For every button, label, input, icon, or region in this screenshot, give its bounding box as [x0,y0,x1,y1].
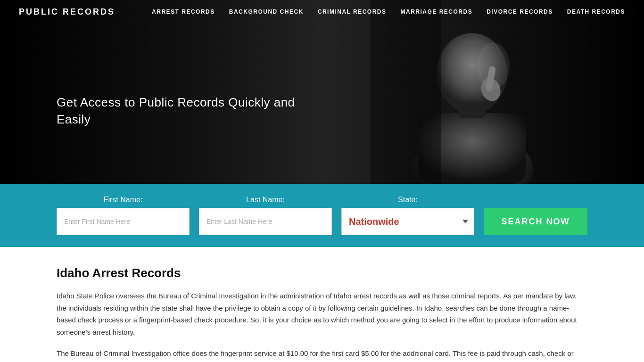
hero-content: Get Access to Public Records Quickly and… [0,56,316,128]
first-name-field: First Name: [57,196,190,235]
search-now-button[interactable]: SEARCH NOW [484,208,587,235]
site-logo[interactable]: PUBLIC RECORDS [19,7,115,17]
main-nav: ARREST RECORDS BACKGROUND CHECK CRIMINAL… [152,8,625,15]
content-heading: Idaho Arrest Records [57,266,587,280]
hero-title: Get Access to Public Records Quickly and… [57,94,316,128]
content-paragraph-2: The Bureau of Criminal Investigation off… [57,347,587,362]
search-bar: First Name: Last Name: State: Nationwide… [0,184,644,247]
site-header: PUBLIC RECORDS ARREST RECORDS BACKGROUND… [0,0,644,24]
nav-arrest-records[interactable]: ARREST RECORDS [152,8,215,15]
hero-person-image [371,0,573,184]
nav-divorce-records[interactable]: DIVORCE RECORDS [487,8,553,15]
svg-point-8 [477,42,510,90]
state-select-wrapper: NationwideAlabamaAlaskaArizonaArkansasCa… [341,208,474,235]
nav-criminal-records[interactable]: CRIMINAL RECORDS [318,8,387,15]
first-name-input[interactable] [57,208,190,235]
state-label: State: [341,196,474,204]
nav-marriage-records[interactable]: MARRIAGE RECORDS [401,8,473,15]
last-name-field: Last Name: [199,196,332,235]
nav-background-check[interactable]: BACKGROUND CHECK [229,8,304,15]
first-name-label: First Name: [57,196,190,204]
last-name-label: Last Name: [199,196,332,204]
content-paragraph-1: Idaho State Police oversees the Bureau o… [57,290,587,338]
state-select[interactable]: NationwideAlabamaAlaskaArizonaArkansasCa… [342,208,474,235]
hero-section: Get Access to Public Records Quickly and… [0,0,644,184]
svg-point-6 [451,100,493,112]
nav-death-records[interactable]: DEATH RECORDS [567,8,625,15]
main-content: Idaho Arrest Records Idaho State Police … [0,247,644,362]
svg-rect-7 [371,0,441,184]
last-name-input[interactable] [199,208,332,235]
state-field: State: NationwideAlabamaAlaskaArizonaArk… [341,196,474,235]
